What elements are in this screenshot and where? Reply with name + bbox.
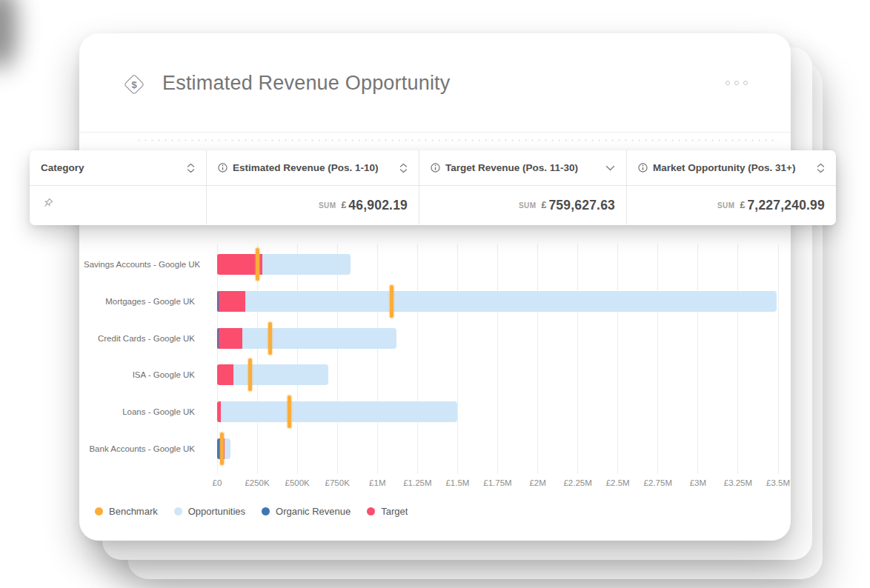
sum-cell-target-revenue: SUM£759,627.63 <box>419 186 626 224</box>
benchmark-marker[interactable] <box>268 322 272 355</box>
axis-tick-label: £1M <box>369 478 385 487</box>
currency-symbol: £ <box>740 200 745 210</box>
column-label-market-opportunity: Market Opportunity (Pos. 31+) <box>653 162 795 173</box>
sort-icon[interactable] <box>394 163 408 173</box>
sum-label: SUM <box>319 201 336 210</box>
bar-row <box>217 328 778 349</box>
category-label: Credit Cards - Google UK <box>84 333 195 344</box>
pin-icon[interactable] <box>41 197 54 213</box>
summary-table-header-row: CategoryEstimated Revenue (Pos. 1-10)Tar… <box>30 150 836 186</box>
sum-value-market-opportunity: 7,227,240.99 <box>747 198 825 213</box>
opportunities-bar-segment[interactable] <box>262 254 351 275</box>
revenue-opportunity-widget-card: $ Estimated Revenue Opportunity Savings … <box>79 33 791 541</box>
axis-tick-label: £3.5M <box>766 478 790 487</box>
benchmark-marker[interactable] <box>256 248 259 281</box>
currency-symbol: £ <box>541 200 546 210</box>
bar-row <box>217 438 778 459</box>
opportunities-bar-segment[interactable] <box>245 291 777 312</box>
benchmark-marker[interactable] <box>220 432 224 465</box>
legend-dot <box>174 507 182 515</box>
bar-row <box>217 401 778 422</box>
sum-cell-estimated-revenue: SUM£46,902.19 <box>206 186 419 224</box>
target-bar-segment[interactable] <box>219 328 242 349</box>
benchmark-marker[interactable] <box>248 358 252 391</box>
sort-icon[interactable] <box>811 163 825 173</box>
column-header-category[interactable]: Category <box>30 150 206 185</box>
legend-item-opportunities[interactable]: Opportunities <box>174 506 245 517</box>
opportunities-bar-segment[interactable] <box>225 438 231 459</box>
sum-value-estimated-revenue: 46,902.19 <box>348 198 408 213</box>
axis-tick-label: £500K <box>285 478 310 487</box>
category-label: Savings Accounts - Google UK <box>84 259 195 270</box>
category-label: Mortgages - Google UK <box>84 296 195 307</box>
axis-tick-label: £2.25M <box>563 478 591 487</box>
benchmark-marker[interactable] <box>288 395 291 428</box>
legend-label: Target <box>381 506 408 517</box>
axis-tick-label: £1.75M <box>483 478 511 487</box>
axis-tick-label: £2.5M <box>606 478 630 487</box>
pin-cell <box>30 186 206 224</box>
sort-icon[interactable] <box>181 163 195 173</box>
summary-table: CategoryEstimated Revenue (Pos. 1-10)Tar… <box>30 150 836 225</box>
info-icon <box>431 163 440 173</box>
currency-symbol: £ <box>341 200 346 210</box>
legend-dot <box>262 507 270 515</box>
axis-tick-label: £2.75M <box>644 478 672 487</box>
legend-dot <box>95 507 103 515</box>
category-label: Bank Accounts - Google UK <box>84 444 195 454</box>
column-header-target-revenue[interactable]: Target Revenue (Pos. 11-30) <box>419 150 626 185</box>
target-bar-segment[interactable] <box>219 291 245 312</box>
legend-label: Opportunities <box>188 506 245 517</box>
legend-item-benchmark[interactable]: Benchmark <box>95 506 158 517</box>
target-bar-segment[interactable] <box>217 364 233 385</box>
opportunities-bar-segment[interactable] <box>221 401 457 422</box>
bar-row <box>217 291 778 312</box>
axis-tick-label: £2M <box>529 478 545 487</box>
column-label-estimated-revenue: Estimated Revenue (Pos. 1-10) <box>233 162 379 173</box>
chart-plot-area <box>217 244 778 474</box>
legend-item-target[interactable]: Target <box>367 506 408 517</box>
column-label-target-revenue: Target Revenue (Pos. 11-30) <box>445 162 578 173</box>
benchmark-marker[interactable] <box>390 285 394 318</box>
category-label: ISA - Google UK <box>84 370 195 380</box>
info-icon <box>638 163 648 173</box>
sum-label: SUM <box>519 201 536 210</box>
axis-tick-label: £750K <box>325 478 350 487</box>
sum-cell-market-opportunity: SUM£7,227,240.99 <box>626 186 836 224</box>
legend-label: Organic Revenue <box>276 506 351 517</box>
legend-dot <box>367 507 375 515</box>
sum-label: SUM <box>717 201 734 210</box>
page-corner-shadow <box>0 0 16 68</box>
chevron-down-icon[interactable] <box>600 165 615 171</box>
axis-tick-label: £3M <box>690 478 706 487</box>
axis-tick-label: £0 <box>213 478 222 487</box>
category-label: Loans - Google UK <box>84 407 195 417</box>
chart-legend: BenchmarkOpportunitiesOrganic RevenueTar… <box>95 506 408 517</box>
axis-tick-label: £250K <box>245 478 269 487</box>
column-header-market-opportunity[interactable]: Market Opportunity (Pos. 31+) <box>626 150 836 185</box>
bar-row <box>217 254 778 275</box>
opportunities-bar-segment[interactable] <box>233 364 329 385</box>
opportunities-bar-segment[interactable] <box>242 328 397 349</box>
legend-label: Benchmark <box>109 506 158 517</box>
legend-item-organic-revenue[interactable]: Organic Revenue <box>262 506 351 517</box>
bar-row <box>217 364 778 385</box>
summary-table-sum-row: SUM£46,902.19SUM£759,627.63SUM£7,227,240… <box>30 186 836 224</box>
column-header-estimated-revenue[interactable]: Estimated Revenue (Pos. 1-10) <box>206 150 419 185</box>
axis-tick-label: £1.25M <box>403 478 431 487</box>
sum-value-target-revenue: 759,627.63 <box>548 198 615 213</box>
column-label-category: Category <box>41 162 84 173</box>
axis-tick-label: £1.5M <box>445 478 469 487</box>
revenue-bar-chart: Savings Accounts - Google UKMortgages - … <box>79 33 791 541</box>
axis-tick-label: £3.25M <box>724 478 752 487</box>
info-icon <box>218 163 228 173</box>
